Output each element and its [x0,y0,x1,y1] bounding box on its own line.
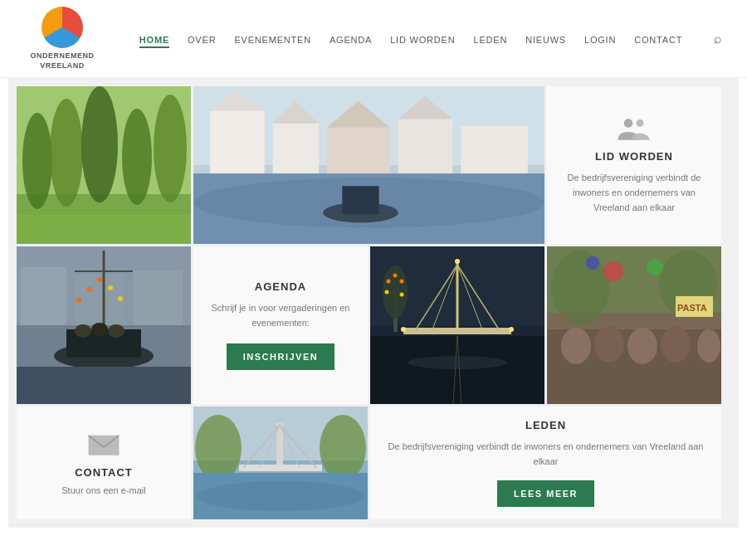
svg-point-108 [97,277,102,282]
main-grid: LID WORDEN De bedrijfsvereniging verbind… [8,78,739,528]
svg-rect-135 [370,336,544,404]
nav-lid-worden[interactable]: LID WORDEN [390,32,455,46]
svg-point-134 [400,293,404,297]
svg-point-166 [198,481,364,511]
svg-rect-89 [398,119,452,183]
svg-point-145 [586,256,599,270]
agenda-title: AGENDA [255,280,306,293]
svg-point-143 [603,261,623,281]
svg-point-113 [75,324,91,338]
svg-point-76 [50,99,83,207]
svg-point-126 [401,327,406,332]
cell-leden-widget: LEDEN De bedrijfsvereniging verbindt de … [370,407,721,519]
svg-rect-101 [21,267,66,325]
people-icon [616,115,652,142]
svg-rect-160 [239,465,322,471]
nav-home[interactable]: HOME [139,32,169,46]
svg-point-110 [118,296,123,301]
photo-canal [193,86,544,244]
nav-agenda[interactable]: AGENDA [330,32,372,46]
nav-contact[interactable]: CONTACT [634,32,682,46]
svg-point-127 [509,327,514,332]
svg-rect-83 [210,111,264,183]
nav-links: HOME OVER EVENEMENTEN AGENDA LID WORDEN … [139,32,682,46]
svg-point-77 [81,86,118,202]
navbar: ONDERNEMEND VREELAND HOME OVER EVENEMENT… [0,0,747,78]
lid-worden-desc: De bedrijfsvereniging verbindt de inwone… [564,171,705,215]
photo-bridge-night [370,246,544,404]
svg-point-107 [87,287,92,292]
logo[interactable]: ONDERNEMEND VREELAND [17,7,108,71]
svg-point-141 [551,251,609,325]
svg-point-157 [195,415,242,481]
svg-point-150 [661,326,691,363]
nav-evenementen[interactable]: EVENEMENTEN [234,32,311,46]
svg-point-148 [594,326,624,363]
svg-point-158 [320,415,366,481]
svg-rect-102 [75,275,124,325]
svg-rect-91 [461,126,528,182]
photo-trees [17,86,191,244]
lid-worden-title: LID WORDEN [595,150,673,163]
nav-nieuws[interactable]: NIEUWS [525,32,566,46]
cell-agenda-widget: AGENDA Schrijf je in voor vergaderingen … [193,246,368,404]
svg-point-130 [387,280,391,284]
cell-lid-worden-widget: LID WORDEN De bedrijfsvereniging verbind… [547,86,721,244]
svg-point-96 [624,119,633,129]
svg-text:PASTA: PASTA [677,303,707,313]
svg-point-115 [108,324,124,338]
svg-rect-80 [17,215,191,244]
leden-title: LEDEN [525,419,566,431]
svg-point-149 [627,328,657,364]
nav-login[interactable]: LOGIN [584,32,616,46]
svg-point-144 [647,259,663,275]
svg-point-131 [393,274,398,278]
svg-point-125 [455,259,460,264]
photo-boat [17,246,191,404]
svg-rect-95 [342,187,378,215]
leden-desc: De bedrijfsvereniging verbindt de inwone… [387,440,705,469]
inschrijven-button[interactable]: INSCHRIJVEN [227,343,334,370]
svg-point-151 [697,329,720,363]
cell-contact-widget: CONTACT Stuur ons een e-mail [17,407,191,519]
svg-point-97 [637,119,644,127]
svg-rect-103 [133,271,183,325]
logo-icon [42,7,83,48]
svg-point-79 [154,95,187,202]
svg-point-114 [91,323,108,336]
mail-icon [87,431,120,458]
svg-rect-116 [17,367,191,404]
svg-rect-120 [403,328,511,334]
nav-leden[interactable]: LEDEN [473,32,507,46]
svg-point-109 [108,285,113,290]
photo-bridge-day [193,407,368,519]
svg-rect-85 [273,124,319,183]
contact-desc: Stuur ons een e-mail [61,485,146,495]
svg-point-133 [385,290,389,295]
svg-point-132 [400,280,404,284]
photo-party: PASTA [547,246,721,404]
svg-point-138 [408,356,507,369]
search-icon[interactable]: ⌕ [714,32,722,46]
contact-title: CONTACT [75,466,133,479]
svg-point-106 [76,298,81,303]
svg-point-78 [122,109,152,205]
lees-meer-button[interactable]: LEES MEER [497,480,594,507]
nav-over[interactable]: OVER [188,32,216,46]
logo-text: ONDERNEMEND VREELAND [30,51,94,71]
svg-point-147 [561,328,591,364]
agenda-desc: Schrijf je in voor vergaderingen en even… [210,301,351,330]
svg-point-75 [22,113,52,209]
